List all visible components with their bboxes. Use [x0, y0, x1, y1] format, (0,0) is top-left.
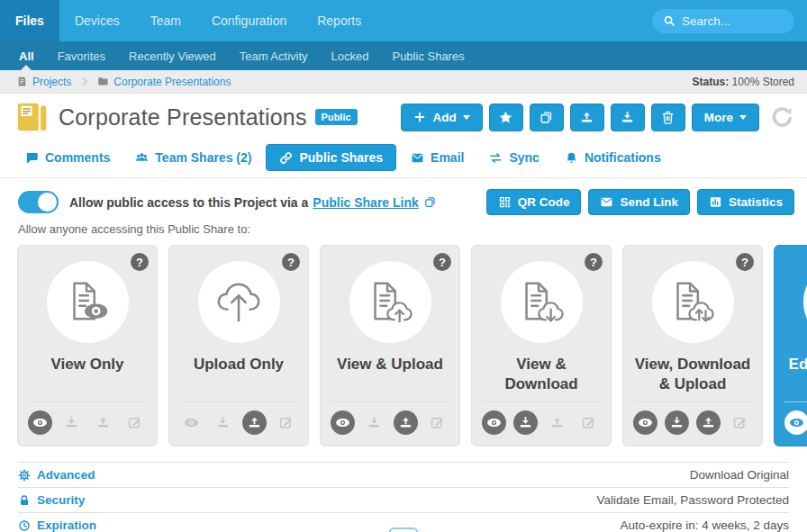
- nav-files[interactable]: Files: [0, 0, 59, 41]
- tab-sync[interactable]: Sync: [478, 145, 549, 170]
- card-title: View & Download: [472, 355, 611, 394]
- edit-permission-icon: [425, 410, 449, 435]
- bell-icon: [565, 151, 578, 165]
- search-icon: [663, 14, 676, 27]
- chevron-down-icon: [463, 115, 470, 120]
- tab-comments[interactable]: Comments: [14, 145, 121, 170]
- qr-icon: [498, 195, 512, 209]
- subnav-public-shares[interactable]: Public Shares: [380, 41, 476, 70]
- view-download-illustration: [501, 261, 583, 343]
- team-icon: [135, 151, 149, 165]
- upload-permission-icon: [91, 410, 115, 435]
- search-box[interactable]: [652, 9, 794, 33]
- tab-notifications[interactable]: Notifications: [554, 145, 672, 170]
- document-eye-icon: [61, 276, 113, 329]
- copy-button[interactable]: [530, 104, 564, 131]
- breadcrumb-projects[interactable]: Projects: [16, 76, 71, 88]
- help-icon[interactable]: ?: [282, 253, 300, 271]
- copy-link-icon[interactable]: [423, 195, 437, 209]
- download-button[interactable]: [611, 104, 645, 131]
- public-access-row: Allow public access to this Project via …: [0, 178, 807, 215]
- expiration-label[interactable]: Expiration: [18, 518, 96, 532]
- view-permission-icon: [179, 410, 204, 435]
- download-permission-icon: [513, 410, 538, 435]
- trash-icon: [660, 110, 676, 125]
- search-area: [652, 0, 807, 41]
- status-label: Status:: [693, 76, 730, 88]
- email-icon: [411, 151, 424, 165]
- link-icon: [279, 151, 293, 165]
- download-icon: [620, 110, 635, 125]
- share-permissions-caption: Allow anyone accessing this Public Share…: [0, 215, 807, 241]
- search-input[interactable]: [682, 14, 784, 28]
- send-link-button[interactable]: Send Link: [588, 189, 690, 215]
- public-share-link[interactable]: Public Share Link: [313, 195, 418, 210]
- subnav-locked[interactable]: Locked: [320, 41, 381, 70]
- document-cloud-down-icon: [515, 276, 567, 329]
- share-permission-cards: ? View Only: [0, 241, 807, 446]
- subnav-favorites[interactable]: Favorites: [46, 41, 117, 70]
- card-view-only[interactable]: ? View Only: [17, 245, 158, 446]
- upload-permission-icon: [545, 410, 569, 435]
- upload-permission-icon: [394, 410, 418, 435]
- delete-button[interactable]: [651, 104, 685, 131]
- card-title: View & Upload: [330, 355, 450, 374]
- upload-button[interactable]: [570, 104, 604, 131]
- copy-icon: [539, 110, 554, 125]
- share-action-buttons: QR Code Send Link Statistics: [486, 189, 794, 215]
- folder-header: Corporate Presentations Public Add: [0, 94, 807, 139]
- tab-team-shares[interactable]: Team Shares (2): [124, 145, 262, 170]
- advanced-value: Download Original: [690, 468, 789, 482]
- add-button[interactable]: Add: [401, 104, 482, 131]
- upload-permission-icon: [242, 410, 267, 435]
- view-only-illustration: [47, 261, 129, 343]
- tab-email[interactable]: Email: [400, 145, 475, 170]
- advanced-row[interactable]: Advanced Download Original: [18, 462, 789, 487]
- plus-icon: [413, 111, 426, 123]
- email-icon: [600, 195, 613, 209]
- refresh-icon[interactable]: [770, 105, 794, 130]
- projects-icon: [16, 76, 28, 87]
- qr-code-button[interactable]: QR Code: [486, 189, 582, 215]
- help-icon[interactable]: ?: [585, 253, 603, 271]
- help-icon[interactable]: ?: [131, 253, 149, 271]
- breadcrumb-current-folder[interactable]: Corporate Presentations: [97, 76, 231, 88]
- storage-status: Status: 100% Stored: [693, 76, 794, 88]
- upload-only-illustration: [198, 261, 280, 343]
- download-permission-icon: [211, 410, 235, 435]
- security-row[interactable]: Security Validate Email, Password Protec…: [18, 487, 789, 512]
- security-label[interactable]: Security: [18, 493, 85, 507]
- help-icon[interactable]: ?: [736, 253, 754, 271]
- clock-icon: [18, 519, 31, 532]
- view-download-upload-illustration: [652, 261, 734, 343]
- download-permission-icon: [362, 410, 386, 435]
- subnav-all[interactable]: All: [7, 41, 46, 70]
- card-view-upload[interactable]: ? View & Upload: [320, 245, 460, 446]
- help-icon[interactable]: ?: [433, 253, 451, 271]
- favorite-button[interactable]: [489, 104, 523, 131]
- advanced-label[interactable]: Advanced: [18, 468, 95, 482]
- view-permission-icon: [482, 410, 506, 435]
- card-upload-only[interactable]: ? Upload Only: [168, 245, 309, 446]
- nav-devices[interactable]: Devices: [59, 0, 135, 41]
- more-button[interactable]: More: [692, 104, 759, 131]
- edit-permission-icon: [274, 410, 298, 435]
- folder-icon: [97, 76, 109, 87]
- public-access-toggle[interactable]: [18, 191, 59, 213]
- nav-reports[interactable]: Reports: [302, 0, 376, 41]
- subnav-recently-viewed[interactable]: Recently Viewed: [117, 41, 228, 70]
- share-settings-accordion: Advanced Download Original Security Vali…: [0, 462, 807, 532]
- subnav-team-activity[interactable]: Team Activity: [228, 41, 320, 70]
- card-view-download-upload[interactable]: ? View, Download & Upload: [622, 245, 763, 446]
- card-view-download[interactable]: ? View & Download: [471, 245, 612, 446]
- expand-button[interactable]: [389, 527, 419, 532]
- breadcrumb: Projects Corporate Presentations Status:…: [0, 70, 807, 94]
- top-navigation-bar: Files Devices Team Configuration Reports: [0, 0, 807, 41]
- statistics-button[interactable]: Statistics: [697, 189, 794, 215]
- card-title: Upload Only: [186, 355, 291, 374]
- view-upload-illustration: [349, 261, 431, 343]
- tab-public-shares[interactable]: Public Shares: [266, 144, 396, 171]
- card-edit-download-upload[interactable]: ? Office 365 Edit, Download & Upload: [774, 245, 807, 446]
- nav-configuration[interactable]: Configuration: [196, 0, 302, 41]
- nav-team[interactable]: Team: [135, 0, 196, 41]
